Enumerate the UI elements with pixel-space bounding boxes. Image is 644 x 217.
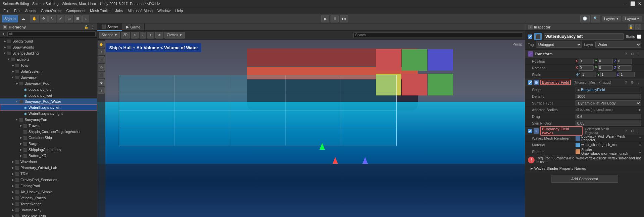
buoyancy-waves-help-button[interactable]: ? <box>623 128 629 134</box>
buoyancy-field-menu-button[interactable]: ⋮ <box>636 80 641 85</box>
gizmo-rect[interactable]: ⬛ <box>98 72 105 78</box>
inspector-lock-button[interactable]: 🔒 <box>628 24 634 30</box>
tree-item-solarsystem[interactable]: ▶ ⬛ SolarSystem <box>0 68 97 74</box>
rotate-tool-button[interactable]: ↻ <box>48 15 56 22</box>
transform-settings-button[interactable]: ⚙ <box>630 51 635 57</box>
buoyancy-field-help-button[interactable]: ? <box>623 80 629 85</box>
tab-scene[interactable]: ⬛ Scene <box>97 23 122 31</box>
hierarchy-add-button[interactable]: + <box>1 31 6 37</box>
drag-input[interactable] <box>576 114 641 119</box>
minimize-btn[interactable]: ─ <box>625 1 628 6</box>
search-button[interactable]: 🔍 <box>591 15 600 22</box>
layer-select[interactable]: Water <box>595 42 641 48</box>
tree-item-bouynacypod[interactable]: ▶ ⬛ Bouynacy_Pod <box>0 80 97 86</box>
tree-item-exhibits[interactable]: ▼ ⬛ Exhibits <box>0 56 97 62</box>
tree-item-planetary[interactable]: ▶ ⬛ Planetary_Orbital_Lab <box>0 165 97 171</box>
tag-select[interactable]: Untagged <box>536 42 582 48</box>
tree-item-gravitypod[interactable]: ▶ ⬛ GravityPod_Scenarios <box>0 177 97 183</box>
scale-z-input[interactable] <box>620 72 635 77</box>
tree-item-buttonxr[interactable]: ▶ ⬛ Button_XR <box>0 153 97 159</box>
material-pick-icon[interactable]: ⊙ <box>639 143 641 147</box>
custom-tool-button[interactable]: ⬦ <box>82 15 89 22</box>
hand-tool-button[interactable]: ✋ <box>30 15 39 22</box>
tab-game[interactable]: ▶ Game <box>122 23 145 31</box>
scene-search-input[interactable] <box>353 32 523 38</box>
scene-content[interactable]: Ship's Hull + Air Volume < Volume of Wat… <box>97 40 525 217</box>
menu-edit[interactable]: Edit <box>12 8 22 13</box>
menu-microsoft-mesh[interactable]: Microsoft Mesh <box>126 8 155 13</box>
tree-item-buoyancyfun[interactable]: ▼ ⬛ BuoyancyFun <box>0 117 97 123</box>
buoyancy-field-settings-button[interactable]: ⚙ <box>630 80 635 85</box>
skin-friction-input[interactable] <box>576 121 641 126</box>
tree-item-trawler[interactable]: ▶ ⬛ Trawler <box>0 123 97 129</box>
tree-item-sciencebuilding[interactable]: ▼ ⬛ ScienceBuilding <box>0 50 97 56</box>
tree-item-solidground[interactable]: ▶ ⬛ SolidGround <box>0 38 97 44</box>
menu-component[interactable]: Component <box>64 8 87 13</box>
cloud-icon[interactable]: ☁ <box>19 15 27 22</box>
buoyancy-waves-menu-button[interactable]: ⋮ <box>636 128 641 134</box>
scene-view-button[interactable]: 👁 <box>155 32 163 39</box>
2d-button[interactable]: 2D <box>121 32 130 39</box>
gizmo-custom[interactable]: ⬦ <box>98 87 105 94</box>
scale-x-input[interactable] <box>581 72 596 77</box>
transform-tool-button[interactable]: ⊞ <box>74 15 82 22</box>
tree-item-shippingcontainers[interactable]: ▶ ⬛ ShippingContainers <box>0 147 97 153</box>
affected-bodies-expand-icon[interactable]: ▶ <box>639 108 641 112</box>
tree-item-containership[interactable]: ▶ ⬛ ContainerShip <box>0 135 97 141</box>
tree-item-buoyancy-wet[interactable]: ◉ buoyancy_wet <box>0 92 97 98</box>
fx-button[interactable]: ✦ <box>147 32 154 39</box>
buoyancy-field-checkbox[interactable] <box>528 80 532 85</box>
buoyancy-field-header[interactable]: ⬤ Buoyancy Field (Microsoft Mesh Physics… <box>525 78 644 86</box>
tree-item-bowlingalley[interactable]: ▶ ⬛ BowlingAlley <box>0 207 97 213</box>
tree-item-buoyancy[interactable]: ▼ ⬛ Buoyancy <box>0 74 97 80</box>
tree-item-spawnpoints[interactable]: ▶ ⬛ SpawnPoints <box>0 44 97 50</box>
rotation-y-input[interactable] <box>598 65 613 71</box>
maximize-btn[interactable]: ⬜ <box>630 1 635 6</box>
gizmos-button[interactable]: Gizmos ▼ <box>164 32 185 39</box>
buoyancy-waves-checkbox[interactable] <box>528 129 532 133</box>
gizmo-rotate[interactable]: ↔ <box>98 56 105 63</box>
rotation-z-input[interactable] <box>617 65 632 71</box>
surface-type-select[interactable]: Dynamic Flat Per Body <box>576 100 641 106</box>
close-btn[interactable]: ✕ <box>638 1 641 6</box>
menu-file[interactable]: File <box>1 8 11 13</box>
rotation-x-input[interactable] <box>579 65 594 71</box>
object-name-input[interactable] <box>544 33 624 40</box>
hierarchy-lock-icon[interactable]: 🔒 <box>84 25 88 29</box>
shader-pick-icon[interactable]: ⊙ <box>639 150 641 153</box>
history-button[interactable]: 🕐 <box>580 15 590 22</box>
buoyancy-script-ref[interactable]: ◉ BuoyancyField <box>576 87 641 92</box>
tree-item-fishingpool[interactable]: ▶ ⬛ FishingPool <box>0 183 97 189</box>
tree-item-blackholerun[interactable]: ▶ ⬛ BlackHole_Run <box>0 213 97 217</box>
tree-item-shippinganchor[interactable]: ⬛ ShippingContainerTargetingAnchor <box>0 129 97 135</box>
gizmo-transform[interactable]: ✥ <box>98 79 105 86</box>
transform-menu-button[interactable]: ⋮ <box>636 51 641 57</box>
step-button[interactable]: ⏭ <box>340 15 348 22</box>
buoyancy-waves-header[interactable]: ≈ Buoyancy Field Waves (Microsoft Mesh P… <box>525 127 644 135</box>
tree-item-trm[interactable]: ▶ ⬛ TRM <box>0 171 97 177</box>
menu-mesh-toolkit[interactable]: Mesh Toolkit <box>88 8 112 13</box>
scale-y-input[interactable] <box>600 72 615 77</box>
add-component-button[interactable]: Add Component <box>551 175 618 183</box>
tree-item-waterbuoyancyright[interactable]: ◉ WaterBuoyancy right <box>0 111 97 117</box>
waves-mesh-pick-icon[interactable]: ⊙ <box>639 136 641 140</box>
density-input[interactable] <box>576 94 641 99</box>
tree-item-toys[interactable]: ▶ ⬛ Toys <box>0 62 97 68</box>
lighting-button[interactable]: ☀ <box>131 32 139 39</box>
hierarchy-search-input[interactable] <box>7 31 96 37</box>
move-tool-button[interactable]: ✥ <box>40 15 48 22</box>
gizmo-hand[interactable]: ✋ <box>98 41 105 48</box>
menu-window[interactable]: Window <box>155 8 172 13</box>
tree-item-waterbuoyancyleft[interactable]: ◉ WaterBuoyancy left <box>0 104 97 111</box>
play-button[interactable]: ▶ <box>321 15 329 22</box>
menu-gameobject[interactable]: GameObject <box>39 8 64 13</box>
tree-item-wavefront[interactable]: ▶ ⬛ Wavefront <box>0 159 97 165</box>
position-x-input[interactable] <box>579 59 594 64</box>
tree-item-targetrange[interactable]: ▶ ⬛ TargetRange <box>0 201 97 207</box>
shading-dropdown[interactable]: Shaded ▼ <box>99 32 120 39</box>
static-checkbox[interactable] <box>637 34 641 39</box>
menu-assets[interactable]: Assets <box>23 8 38 13</box>
audio-button[interactable]: ♪ <box>140 32 146 39</box>
tree-item-buoyancy-dry[interactable]: ◉ buoyancy_dry <box>0 86 97 92</box>
waves-shader-properties-header[interactable]: ▶ Waves Shader Property Names <box>525 165 644 172</box>
